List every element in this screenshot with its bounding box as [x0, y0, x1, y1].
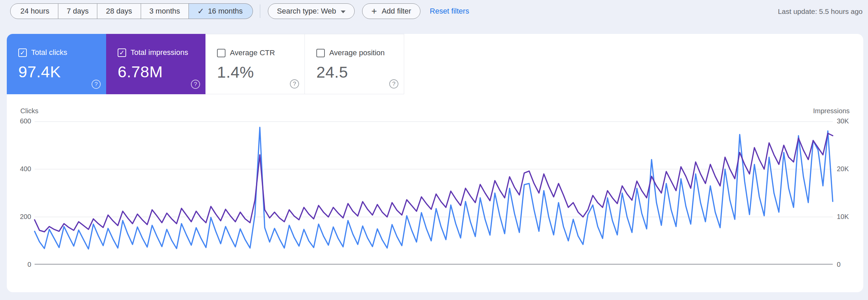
metric-label: Average CTR [230, 48, 275, 57]
date-range-28-days[interactable]: ✓ 28 days [97, 3, 141, 19]
checkbox-icon[interactable]: ✓ [316, 49, 325, 57]
performance-line-chart[interactable] [35, 121, 833, 265]
metric-cards: ✓ Total clicks 97.4K ? ✓ Total impressio… [7, 34, 404, 94]
series-line-clicks [35, 127, 833, 249]
date-range-7-days[interactable]: ✓ 7 days [58, 3, 98, 19]
date-range-24-hours[interactable]: ✓ 24 hours [10, 3, 58, 19]
reset-filters-link[interactable]: Reset filters [430, 7, 469, 16]
help-icon[interactable]: ? [92, 80, 101, 89]
chart-series [35, 127, 833, 249]
help-icon[interactable]: ? [389, 79, 398, 88]
date-range-label: 7 days [67, 7, 89, 16]
search-type-label: Search type: Web [277, 7, 336, 16]
metric-value: 6.78M [118, 62, 205, 81]
date-range-16-months[interactable]: ✓ 16 months [189, 3, 253, 19]
total-impressions-card[interactable]: ✓ Total impressions 6.78M ? [106, 34, 205, 94]
left-axis-title: Clicks [20, 107, 38, 115]
date-range-label: 16 months [208, 7, 243, 16]
add-filter-label: Add filter [382, 7, 411, 16]
checkbox-icon[interactable]: ✓ [217, 49, 225, 57]
chevron-down-icon [341, 11, 346, 13]
toolbar-divider [260, 4, 260, 18]
checkbox-icon[interactable]: ✓ [118, 48, 126, 57]
date-range-label: 28 days [106, 7, 132, 16]
average-position-card[interactable]: ✓ Average position 24.5 ? [305, 34, 404, 94]
help-icon[interactable]: ? [290, 79, 299, 88]
check-icon: ✓ [197, 6, 204, 16]
right-axis-tick: 0 [837, 261, 841, 268]
search-type-dropdown[interactable]: Search type: Web [268, 3, 355, 19]
metric-value: 1.4% [217, 63, 304, 81]
right-axis-tick: 30K [837, 117, 849, 125]
metric-label: Total clicks [31, 48, 67, 57]
right-axis-tick: 10K [837, 213, 849, 221]
filter-bar: ✓ 24 hours ✓ 7 days ✓ 28 days ✓ 3 months… [10, 3, 469, 19]
metric-value: 97.4K [18, 62, 106, 81]
date-range-label: 24 hours [20, 7, 50, 16]
metric-label: Average position [329, 48, 385, 57]
metric-label: Total impressions [131, 48, 188, 57]
date-range-label: 3 months [150, 7, 180, 16]
add-filter-button[interactable]: + Add filter [362, 3, 420, 19]
last-update-text: Last update: 5.5 hours ago [778, 7, 863, 16]
left-axis-tick: 0 [7, 261, 31, 268]
right-axis-title: Impressions [813, 107, 850, 115]
left-axis-tick: 400 [7, 165, 31, 173]
checkbox-icon[interactable]: ✓ [18, 48, 27, 57]
average-ctr-card[interactable]: ✓ Average CTR 1.4% ? [205, 34, 305, 94]
plus-icon: + [371, 6, 377, 16]
date-range-selector: ✓ 24 hours ✓ 7 days ✓ 28 days ✓ 3 months… [10, 3, 253, 19]
help-icon[interactable]: ? [191, 80, 200, 89]
date-range-3-months[interactable]: ✓ 3 months [141, 3, 189, 19]
right-axis-tick: 20K [837, 165, 849, 173]
total-clicks-card[interactable]: ✓ Total clicks 97.4K ? [7, 34, 106, 94]
left-axis-tick: 600 [7, 117, 31, 125]
search-console-performance-page: ✓ 24 hours ✓ 7 days ✓ 28 days ✓ 3 months… [0, 0, 868, 300]
left-axis-tick: 200 [7, 213, 31, 221]
metric-value: 24.5 [316, 63, 404, 81]
